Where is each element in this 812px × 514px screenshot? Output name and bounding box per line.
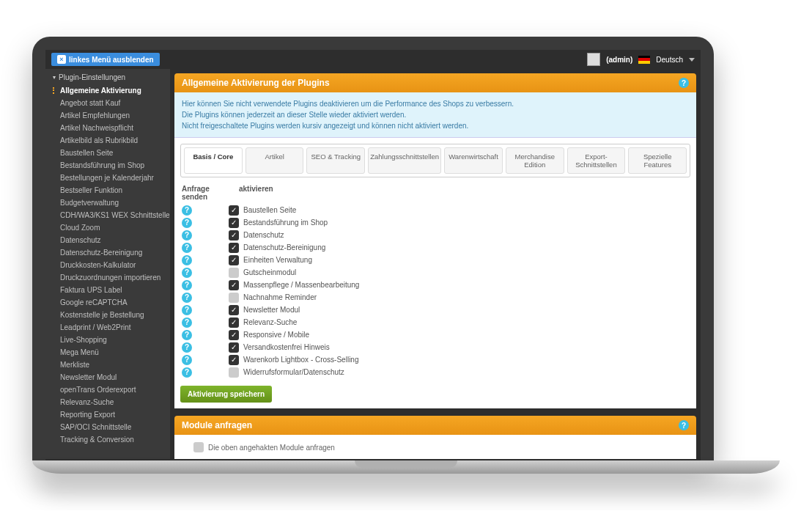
plugin-row: ?Widerrufsformular/Datenschutz [180, 366, 690, 378]
tab[interactable]: Merchandise Edition [506, 147, 564, 174]
main-content: Allgemeine Aktivierung der Plugins ? Hie… [170, 69, 701, 459]
info-icon[interactable]: ? [182, 330, 192, 340]
help-icon[interactable]: ? [679, 420, 689, 430]
help-icon[interactable]: ? [679, 78, 689, 88]
plugin-row: ?✓Baustellen Seite [180, 204, 690, 216]
info-icon[interactable]: ? [182, 293, 192, 303]
sidebar-item[interactable]: Live-Shopping [48, 334, 170, 346]
tab[interactable]: Spezielle Features [628, 147, 687, 174]
plugin-row: ?✓Einheiten Verwaltung [180, 254, 690, 266]
sidebar-item[interactable]: Artikel Empfehlungen [48, 109, 170, 122]
sidebar-item[interactable]: Reporting Export [48, 408, 170, 421]
plugin-label: Versandkostenfrei Hinweis [243, 343, 330, 351]
plugin-checkbox[interactable]: ✓ [229, 305, 239, 315]
hide-left-menu-button[interactable]: × linkes Menü ausblenden [51, 53, 160, 66]
info-line: Nicht freigeschaltete Plugins werden kur… [182, 120, 689, 131]
language-label[interactable]: Deutsch [656, 56, 683, 64]
panel-title: Module anfragen [182, 420, 252, 430]
info-icon[interactable]: ? [182, 305, 192, 315]
sidebar-item[interactable]: Artikel Nachweispflicht [48, 122, 170, 134]
sidebar-item[interactable]: Google reCAPTCHA [48, 296, 170, 309]
plugin-row: ?✓Relevanz-Suche [180, 316, 690, 328]
sidebar-item[interactable]: Mega Menü [48, 346, 170, 359]
sidebar-item[interactable]: Artikelbild als Rubrikbild [48, 134, 170, 147]
info-icon[interactable]: ? [182, 342, 192, 353]
tab[interactable]: SEO & Tracking [306, 147, 365, 174]
sidebar-item[interactable]: Kostenstelle je Bestellung [48, 309, 170, 321]
info-icon[interactable]: ? [182, 355, 192, 365]
sidebar-item[interactable]: Druckzuordnungen importieren [48, 271, 170, 284]
hide-menu-label: linkes Menü ausblenden [69, 56, 154, 64]
plugin-row: ?✓Bestandsführung im Shop [180, 216, 690, 229]
plugin-checkbox[interactable]: ✓ [229, 342, 239, 353]
plugin-label: Newsletter Modul [243, 306, 300, 314]
app-screen: × linkes Menü ausblenden (admin) Deutsch… [45, 50, 701, 460]
plugin-checkbox[interactable]: ✓ [229, 205, 239, 216]
request-modules-checkbox[interactable] [193, 442, 204, 452]
plugin-checkbox[interactable]: ✓ [229, 330, 239, 340]
panel-title: Allgemeine Aktivierung der Plugins [182, 78, 330, 88]
sidebar-item[interactable]: Bestandsführung im Shop [48, 159, 170, 172]
info-icon[interactable]: ? [182, 280, 192, 290]
plugin-checkbox[interactable]: ✓ [229, 230, 239, 241]
plugin-checkbox[interactable]: ✓ [229, 255, 239, 265]
tab-bar: Basis / CoreArtikelSEO & TrackingZahlung… [180, 144, 690, 177]
save-activation-button[interactable]: Aktivierung speichern [180, 386, 272, 403]
plugin-checkbox[interactable]: ✓ [229, 280, 239, 290]
avatar[interactable] [587, 53, 600, 66]
sidebar-heading[interactable]: Plugin-Einstellungen [48, 70, 170, 84]
sidebar-item[interactable]: Relevanz-Suche [48, 396, 170, 408]
plugin-row: ?✓Datenschutz [180, 229, 690, 241]
sidebar-item[interactable]: Budgetverwaltung [48, 197, 170, 209]
info-icon[interactable]: ? [182, 243, 192, 253]
info-icon[interactable]: ? [182, 218, 192, 228]
plugin-row: ?✓Newsletter Modul [180, 304, 690, 316]
info-icon[interactable]: ? [182, 205, 192, 216]
plugin-row: ?Nachnahme Reminder [180, 291, 690, 304]
plugin-checkbox[interactable] [229, 268, 239, 278]
chevron-down-icon[interactable] [689, 58, 695, 62]
sidebar-item[interactable]: Angebot statt Kauf [48, 97, 170, 109]
plugin-label: Datenschutz-Bereinigung [243, 243, 325, 252]
tab[interactable]: Basis / Core [184, 147, 243, 174]
sidebar-item[interactable]: Datenschutz-Bereinigung [48, 246, 170, 259]
sidebar-item[interactable]: Datenschutz [48, 234, 170, 246]
sidebar-item[interactable]: Faktura UPS Label [48, 284, 170, 296]
sidebar-item[interactable]: SAP/OCI Schnittstelle [48, 421, 170, 433]
sidebar-item[interactable]: Allgemeine Aktivierung [48, 84, 170, 97]
plugin-row: ?Gutscheinmodul [180, 266, 690, 279]
plugin-label: Warenkorb Lightbox - Cross-Selling [243, 356, 358, 364]
plugin-checkbox[interactable]: ✓ [229, 317, 239, 328]
panel-header-activation: Allgemeine Aktivierung der Plugins ? [174, 73, 696, 92]
plugin-row: ?✓Responsive / Mobile [180, 328, 690, 341]
sidebar-item[interactable]: Leadprint / Web2Print [48, 321, 170, 334]
plugin-label: Einheiten Verwaltung [243, 256, 312, 264]
info-icon[interactable]: ? [182, 230, 192, 241]
sidebar-item[interactable]: openTrans Orderexport [48, 383, 170, 396]
tab[interactable]: Zahlungsschnittstellen [368, 147, 441, 174]
info-icon[interactable]: ? [182, 255, 192, 265]
tab[interactable]: Export-Schnittstellen [567, 147, 626, 174]
sidebar-item[interactable]: Merkliste [48, 359, 170, 371]
plugin-checkbox[interactable]: ✓ [229, 243, 239, 253]
plugin-checkbox[interactable] [229, 367, 239, 378]
info-box: Hier können Sie nicht verwendete Plugins… [174, 92, 696, 138]
info-icon[interactable]: ? [182, 317, 192, 328]
sidebar-item[interactable]: Cloud Zoom [48, 221, 170, 234]
plugin-checkbox[interactable] [229, 293, 239, 303]
sidebar-item[interactable]: Tracking & Conversion [48, 433, 170, 446]
sidebar-item[interactable]: Bestellungen je Kalenderjahr [48, 172, 170, 184]
col-request-label: Anfrage senden [182, 185, 233, 201]
tab[interactable]: Warenwirtschaft [444, 147, 503, 174]
sidebar-item[interactable]: CDH/WA3/KS1 WEX Schnittstelle [48, 209, 170, 221]
sidebar-item[interactable]: Baustellen Seite [48, 147, 170, 159]
message-label: Ihre Nachricht an uns: [193, 458, 689, 459]
plugin-checkbox[interactable]: ✓ [229, 355, 239, 365]
plugin-checkbox[interactable]: ✓ [229, 218, 239, 228]
tab[interactable]: Artikel [246, 147, 304, 174]
sidebar-item[interactable]: Druckkosten-Kalkulator [48, 259, 170, 271]
info-icon[interactable]: ? [182, 367, 192, 378]
sidebar-item[interactable]: Bestseller Funktion [48, 184, 170, 197]
info-icon[interactable]: ? [182, 268, 192, 278]
sidebar-item[interactable]: Newsletter Modul [48, 371, 170, 383]
